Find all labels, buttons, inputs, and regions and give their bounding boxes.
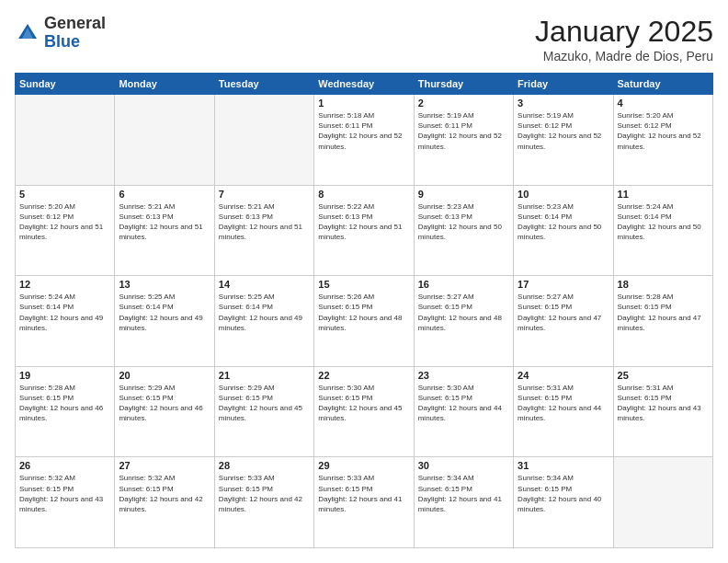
table-row	[16, 95, 115, 186]
header-wednesday: Wednesday	[314, 74, 414, 95]
day-number: 10	[518, 189, 609, 200]
calendar-table: Sunday Monday Tuesday Wednesday Thursday…	[15, 73, 713, 548]
day-info: Sunrise: 5:31 AM Sunset: 6:15 PM Dayligh…	[518, 383, 609, 424]
day-number: 23	[418, 370, 509, 381]
day-info: Sunrise: 5:28 AM Sunset: 6:15 PM Dayligh…	[19, 383, 110, 424]
day-info: Sunrise: 5:25 AM Sunset: 6:14 PM Dayligh…	[219, 292, 310, 333]
day-info: Sunrise: 5:28 AM Sunset: 6:15 PM Dayligh…	[618, 292, 709, 333]
calendar-week-3: 12Sunrise: 5:24 AM Sunset: 6:14 PM Dayli…	[16, 276, 713, 367]
day-number: 29	[318, 460, 409, 471]
logo-blue-text: Blue	[44, 32, 80, 51]
day-number: 15	[318, 279, 409, 290]
calendar-week-4: 19Sunrise: 5:28 AM Sunset: 6:15 PM Dayli…	[16, 366, 713, 457]
table-row: 5Sunrise: 5:20 AM Sunset: 6:12 PM Daylig…	[16, 185, 115, 276]
day-info: Sunrise: 5:21 AM Sunset: 6:13 PM Dayligh…	[119, 201, 210, 243]
day-number: 6	[119, 189, 210, 200]
title-block: January 2025 Mazuko, Madre de Dios, Peru	[535, 15, 713, 63]
day-info: Sunrise: 5:19 AM Sunset: 6:12 PM Dayligh…	[518, 110, 609, 152]
table-row	[214, 95, 313, 186]
day-info: Sunrise: 5:29 AM Sunset: 6:15 PM Dayligh…	[219, 383, 310, 424]
day-number: 14	[219, 279, 310, 290]
calendar-week-1: 1Sunrise: 5:18 AM Sunset: 6:11 PM Daylig…	[16, 95, 713, 186]
day-info: Sunrise: 5:20 AM Sunset: 6:12 PM Dayligh…	[19, 201, 110, 243]
day-number: 5	[19, 189, 110, 200]
table-row: 22Sunrise: 5:30 AM Sunset: 6:15 PM Dayli…	[314, 366, 414, 457]
day-number: 25	[618, 370, 709, 381]
day-info: Sunrise: 5:23 AM Sunset: 6:13 PM Dayligh…	[418, 201, 509, 243]
day-info: Sunrise: 5:20 AM Sunset: 6:12 PM Dayligh…	[618, 110, 709, 152]
header-friday: Friday	[514, 74, 613, 95]
day-info: Sunrise: 5:32 AM Sunset: 6:15 PM Dayligh…	[19, 473, 110, 514]
day-number: 16	[418, 279, 509, 290]
table-row: 9Sunrise: 5:23 AM Sunset: 6:13 PM Daylig…	[414, 185, 513, 276]
day-number: 26	[19, 460, 110, 471]
table-row: 11Sunrise: 5:24 AM Sunset: 6:14 PM Dayli…	[613, 185, 712, 276]
day-number: 7	[219, 189, 310, 200]
day-number: 1	[318, 98, 409, 109]
logo-icon	[15, 20, 40, 46]
day-number: 24	[518, 370, 609, 381]
day-info: Sunrise: 5:19 AM Sunset: 6:11 PM Dayligh…	[418, 110, 509, 152]
day-number: 28	[219, 460, 310, 471]
day-number: 9	[418, 189, 509, 200]
table-row: 24Sunrise: 5:31 AM Sunset: 6:15 PM Dayli…	[514, 366, 613, 457]
calendar-subtitle: Mazuko, Madre de Dios, Peru	[535, 49, 713, 63]
calendar-header-row: Sunday Monday Tuesday Wednesday Thursday…	[16, 74, 713, 95]
day-info: Sunrise: 5:30 AM Sunset: 6:15 PM Dayligh…	[418, 383, 509, 424]
table-row	[613, 457, 712, 548]
header-thursday: Thursday	[414, 74, 513, 95]
day-info: Sunrise: 5:27 AM Sunset: 6:15 PM Dayligh…	[518, 292, 609, 333]
table-row: 15Sunrise: 5:26 AM Sunset: 6:15 PM Dayli…	[314, 276, 414, 367]
calendar-title: January 2025	[535, 15, 713, 49]
table-row: 20Sunrise: 5:29 AM Sunset: 6:15 PM Dayli…	[115, 366, 214, 457]
day-info: Sunrise: 5:30 AM Sunset: 6:15 PM Dayligh…	[318, 383, 409, 424]
table-row: 10Sunrise: 5:23 AM Sunset: 6:14 PM Dayli…	[514, 185, 613, 276]
day-number: 30	[418, 460, 509, 471]
day-number: 13	[119, 279, 210, 290]
table-row: 8Sunrise: 5:22 AM Sunset: 6:13 PM Daylig…	[314, 185, 414, 276]
page: General Blue January 2025 Mazuko, Madre …	[0, 0, 728, 563]
day-info: Sunrise: 5:29 AM Sunset: 6:15 PM Dayligh…	[119, 383, 210, 424]
header-tuesday: Tuesday	[214, 74, 313, 95]
table-row: 16Sunrise: 5:27 AM Sunset: 6:15 PM Dayli…	[414, 276, 513, 367]
table-row: 3Sunrise: 5:19 AM Sunset: 6:12 PM Daylig…	[514, 95, 613, 186]
day-number: 3	[518, 98, 609, 109]
header-saturday: Saturday	[613, 74, 712, 95]
table-row: 19Sunrise: 5:28 AM Sunset: 6:15 PM Dayli…	[16, 366, 115, 457]
table-row: 2Sunrise: 5:19 AM Sunset: 6:11 PM Daylig…	[414, 95, 513, 186]
day-number: 4	[618, 98, 709, 109]
day-number: 22	[318, 370, 409, 381]
day-info: Sunrise: 5:33 AM Sunset: 6:15 PM Dayligh…	[318, 473, 409, 514]
table-row: 29Sunrise: 5:33 AM Sunset: 6:15 PM Dayli…	[314, 457, 414, 548]
day-info: Sunrise: 5:24 AM Sunset: 6:14 PM Dayligh…	[19, 292, 110, 333]
day-number: 17	[518, 279, 609, 290]
day-number: 31	[518, 460, 609, 471]
day-info: Sunrise: 5:22 AM Sunset: 6:13 PM Dayligh…	[318, 201, 409, 243]
day-number: 20	[119, 370, 210, 381]
day-number: 8	[318, 189, 409, 200]
table-row: 12Sunrise: 5:24 AM Sunset: 6:14 PM Dayli…	[16, 276, 115, 367]
calendar-week-2: 5Sunrise: 5:20 AM Sunset: 6:12 PM Daylig…	[16, 185, 713, 276]
day-info: Sunrise: 5:24 AM Sunset: 6:14 PM Dayligh…	[618, 201, 709, 243]
day-info: Sunrise: 5:34 AM Sunset: 6:15 PM Dayligh…	[518, 473, 609, 514]
day-info: Sunrise: 5:34 AM Sunset: 6:15 PM Dayligh…	[418, 473, 509, 514]
day-info: Sunrise: 5:31 AM Sunset: 6:15 PM Dayligh…	[618, 383, 709, 424]
day-info: Sunrise: 5:25 AM Sunset: 6:14 PM Dayligh…	[119, 292, 210, 333]
table-row: 18Sunrise: 5:28 AM Sunset: 6:15 PM Dayli…	[613, 276, 712, 367]
table-row: 23Sunrise: 5:30 AM Sunset: 6:15 PM Dayli…	[414, 366, 513, 457]
day-info: Sunrise: 5:26 AM Sunset: 6:15 PM Dayligh…	[318, 292, 409, 333]
table-row: 21Sunrise: 5:29 AM Sunset: 6:15 PM Dayli…	[214, 366, 313, 457]
table-row	[115, 95, 214, 186]
table-row: 25Sunrise: 5:31 AM Sunset: 6:15 PM Dayli…	[613, 366, 712, 457]
table-row: 26Sunrise: 5:32 AM Sunset: 6:15 PM Dayli…	[16, 457, 115, 548]
day-number: 2	[418, 98, 509, 109]
day-info: Sunrise: 5:32 AM Sunset: 6:15 PM Dayligh…	[119, 473, 210, 514]
table-row: 27Sunrise: 5:32 AM Sunset: 6:15 PM Dayli…	[115, 457, 214, 548]
day-info: Sunrise: 5:23 AM Sunset: 6:14 PM Dayligh…	[518, 201, 609, 243]
day-info: Sunrise: 5:27 AM Sunset: 6:15 PM Dayligh…	[418, 292, 509, 333]
day-info: Sunrise: 5:21 AM Sunset: 6:13 PM Dayligh…	[219, 201, 310, 243]
header-monday: Monday	[115, 74, 214, 95]
day-number: 27	[119, 460, 210, 471]
table-row: 1Sunrise: 5:18 AM Sunset: 6:11 PM Daylig…	[314, 95, 414, 186]
day-number: 11	[618, 189, 709, 200]
